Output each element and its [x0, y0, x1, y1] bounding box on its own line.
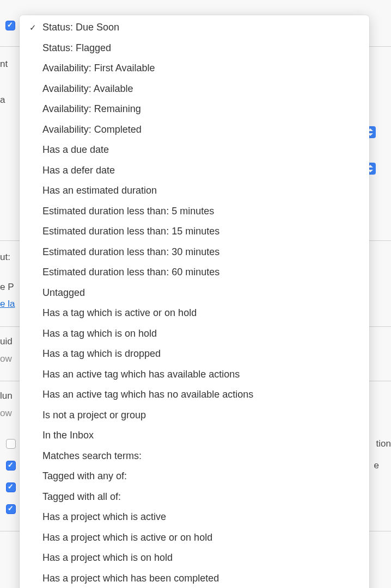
- menu-item[interactable]: Estimated duration less than: 30 minutes: [20, 242, 369, 263]
- column-checkbox[interactable]: [6, 504, 16, 514]
- truncated-label-tion: tion: [376, 438, 391, 449]
- menu-item-label: Has a project which is on hold: [40, 549, 359, 567]
- menu-item[interactable]: Estimated duration less than: 60 minutes: [20, 262, 369, 283]
- menu-item[interactable]: Tagged with any of:: [20, 466, 369, 487]
- menu-item-label: Has a due date: [40, 141, 359, 159]
- menu-item[interactable]: Has a project which is active: [20, 507, 369, 528]
- menu-item[interactable]: Has a tag which is dropped: [20, 344, 369, 364]
- menu-item-label: Has a project which is active or on hold: [40, 529, 359, 547]
- menu-item[interactable]: Has a project which is on hold: [20, 548, 369, 568]
- menu-item[interactable]: Has an active tag which has no available…: [20, 385, 369, 405]
- menu-item-label: Tagged with all of:: [40, 488, 359, 506]
- menu-item[interactable]: Has a project which is active or on hold: [20, 528, 369, 548]
- menu-item-label: Has an active tag which has no available…: [40, 386, 359, 404]
- menu-item[interactable]: Matches search terms:: [20, 446, 369, 467]
- menu-item-label: Tagged with any of:: [40, 468, 359, 485]
- menu-item-label: Is not a project or group: [40, 407, 359, 424]
- menu-item-label: Has a defer date: [40, 162, 359, 180]
- menu-item[interactable]: Status: Flagged: [20, 38, 369, 59]
- filter-checkbox[interactable]: [5, 21, 15, 30]
- menu-item-label: Has a project which has been completed: [40, 570, 359, 587]
- menu-item-label: Matches search terms:: [40, 448, 359, 465]
- menu-item-label: Has an active tag which has available ac…: [40, 366, 359, 383]
- menu-item-label: Has a tag which is active or on hold: [40, 305, 359, 322]
- menu-item[interactable]: Estimated duration less than: 15 minutes: [20, 221, 369, 242]
- menu-item[interactable]: Availability: Completed: [20, 120, 369, 140]
- filter-rule-dropdown: ✓Status: Due SoonStatus: FlaggedAvailabi…: [20, 15, 369, 588]
- menu-item[interactable]: Has an estimated duration: [20, 181, 369, 201]
- checkmark-icon: ✓: [29, 21, 40, 35]
- menu-item-label: Availability: Available: [40, 81, 359, 98]
- menu-item-label: In the Inbox: [40, 427, 359, 444]
- menu-item-label: Status: Due Soon: [40, 19, 359, 36]
- menu-item[interactable]: Untagged: [20, 283, 369, 304]
- column-checkbox[interactable]: [6, 482, 16, 492]
- menu-item[interactable]: Availability: Remaining: [20, 99, 369, 120]
- menu-item[interactable]: Availability: Available: [20, 79, 369, 100]
- menu-item[interactable]: Has an active tag which has available ac…: [20, 364, 369, 385]
- truncated-label-e: e: [374, 460, 379, 471]
- truncated-label-uid: uid: [0, 336, 13, 347]
- menu-item-label: Availability: Completed: [40, 121, 359, 139]
- menu-item-label: Estimated duration less than: 60 minutes: [40, 264, 359, 281]
- menu-item[interactable]: Has a tag which is active or on hold: [20, 303, 369, 324]
- menu-item-label: Estimated duration less than: 15 minutes: [40, 223, 359, 240]
- menu-item-label: Availability: First Available: [40, 60, 359, 77]
- truncated-label-ow2: ow: [0, 408, 12, 419]
- menu-item-label: Has a tag which is on hold: [40, 325, 359, 343]
- menu-item[interactable]: Is not a project or group: [20, 405, 369, 426]
- truncated-label-ut: ut:: [0, 252, 10, 263]
- menu-item[interactable]: ✓Status: Due Soon: [20, 17, 369, 38]
- menu-item-label: Has an estimated duration: [40, 182, 359, 200]
- column-checkbox[interactable]: [6, 461, 16, 471]
- truncated-label-lun: lun: [0, 391, 13, 401]
- truncated-label-ow1: ow: [0, 354, 12, 364]
- menu-item-label: Status: Flagged: [40, 40, 359, 57]
- truncated-label-a: a: [0, 95, 5, 106]
- menu-item[interactable]: Estimated duration less than: 5 minutes: [20, 201, 369, 222]
- truncated-link-ela[interactable]: e la: [0, 299, 15, 310]
- menu-item[interactable]: Has a due date: [20, 140, 369, 160]
- column-checkbox[interactable]: [6, 439, 16, 449]
- menu-item[interactable]: Tagged with all of:: [20, 487, 369, 507]
- menu-item[interactable]: Has a project which has been completed: [20, 568, 369, 589]
- menu-item[interactable]: Availability: First Available: [20, 58, 369, 79]
- menu-item-label: Estimated duration less than: 30 minutes: [40, 244, 359, 261]
- menu-item-label: Has a project which is active: [40, 509, 359, 526]
- menu-item[interactable]: In the Inbox: [20, 425, 369, 446]
- truncated-label-ep: e P: [0, 282, 14, 293]
- menu-item-label: Untagged: [40, 284, 359, 302]
- menu-item-label: Availability: Remaining: [40, 101, 359, 118]
- menu-item-label: Has a tag which is dropped: [40, 345, 359, 363]
- truncated-label-nt: nt: [0, 59, 8, 70]
- menu-item[interactable]: Has a tag which is on hold: [20, 324, 369, 344]
- menu-item-label: Estimated duration less than: 5 minutes: [40, 203, 359, 220]
- menu-item[interactable]: Has a defer date: [20, 160, 369, 181]
